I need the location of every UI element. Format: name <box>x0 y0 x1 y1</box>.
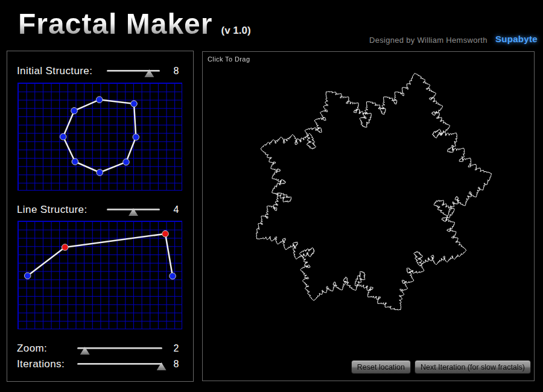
slider-track[interactable] <box>77 347 162 349</box>
structure-point[interactable] <box>162 230 169 237</box>
structure-point[interactable] <box>62 244 68 251</box>
structure-point[interactable] <box>133 134 139 141</box>
structure-line <box>28 234 173 276</box>
brand-link[interactable]: Supabyte <box>495 34 538 44</box>
slider-track[interactable] <box>77 363 162 365</box>
app-version: (v 1.0) <box>221 25 251 37</box>
structure-point[interactable] <box>131 101 138 107</box>
next-iteration-button[interactable]: Next Iteration (for slow fractals) <box>414 360 531 374</box>
iterations-label: Iterations: <box>17 357 65 371</box>
structure-point[interactable] <box>72 159 78 165</box>
initial-structure-row: Initial Structure: 8 <box>17 64 185 78</box>
initial-structure-shape <box>18 83 182 190</box>
structure-point[interactable] <box>123 159 130 165</box>
controls-panel: Initial Structure: 8 Line Structure: 4 Z… <box>7 51 194 382</box>
line-structure-label: Line Structure: <box>17 203 87 217</box>
fractal-viewport[interactable]: Click To Drag Reset location Next Iterat… <box>202 51 535 381</box>
initial-structure-slider[interactable] <box>107 64 160 78</box>
line-structure-value: 4 <box>169 203 183 217</box>
header: Fractal Maker (v 1.0) Designed by Willia… <box>0 0 543 51</box>
reset-location-button[interactable]: Reset location <box>351 360 411 374</box>
structure-point[interactable] <box>24 273 31 279</box>
zoom-row: Zoom: 2 <box>17 341 185 356</box>
line-structure-canvas[interactable] <box>17 221 182 329</box>
structure-point[interactable] <box>60 133 66 140</box>
structure-point[interactable] <box>96 96 103 103</box>
app-title: Fractal Maker (v 1.0) <box>18 7 251 40</box>
initial-structure-label: Initial Structure: <box>17 64 92 78</box>
credit-text: Designed by William Hemsworth <box>369 36 487 45</box>
slider-track[interactable] <box>107 70 160 72</box>
fractal-canvas[interactable] <box>203 52 534 381</box>
line-structure-slider[interactable] <box>107 203 160 217</box>
structure-point[interactable] <box>71 107 78 114</box>
app-title-text: Fractal Maker <box>18 7 213 40</box>
iterations-slider[interactable] <box>77 357 162 371</box>
viewport-buttons: Reset location Next Iteration (for slow … <box>351 360 531 374</box>
fractal-maker-app: Fractal Maker (v 1.0) Designed by Willia… <box>0 0 543 392</box>
drag-hint: Click To Drag <box>208 55 250 63</box>
zoom-value: 2 <box>169 341 183 356</box>
zoom-label: Zoom: <box>17 341 47 356</box>
structure-point[interactable] <box>170 273 176 279</box>
zoom-slider[interactable] <box>77 341 162 356</box>
iterations-row: Iterations: 8 <box>17 357 185 371</box>
line-structure-row: Line Structure: 4 <box>17 203 185 217</box>
iterations-value: 8 <box>169 357 183 371</box>
structure-point[interactable] <box>97 169 103 176</box>
initial-structure-canvas[interactable] <box>17 83 182 191</box>
initial-structure-value: 8 <box>169 64 183 78</box>
line-structure-shape <box>18 221 182 329</box>
